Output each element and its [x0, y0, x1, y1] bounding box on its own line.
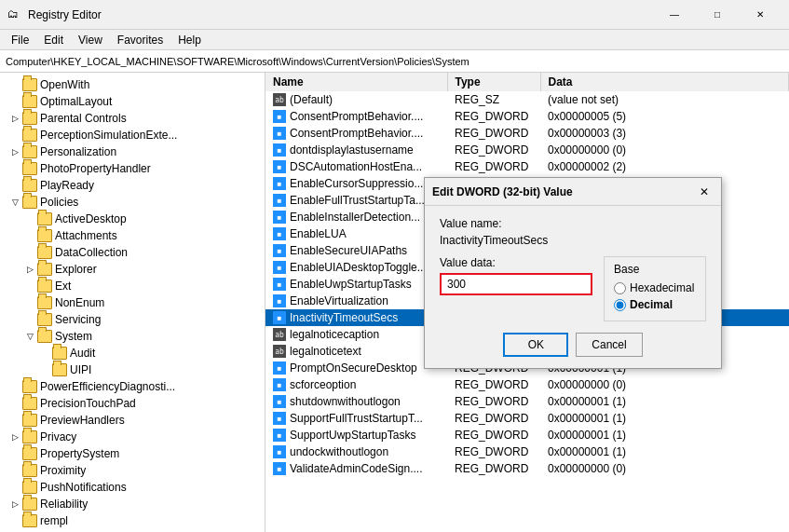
menu-help[interactable]: Help — [170, 32, 209, 48]
tree-toggle: ▷ — [7, 144, 22, 159]
app-icon: 🗂 — [7, 7, 22, 22]
tree-item-explorer[interactable]: ▷ Explorer — [0, 261, 265, 278]
tree-toggle — [7, 94, 22, 109]
tree-item-attachments[interactable]: Attachments — [0, 227, 265, 244]
tree-item-activedesktop[interactable]: ActiveDesktop — [0, 211, 265, 227]
cell-type: REG_DWORD — [447, 158, 540, 175]
table-row[interactable]: ■shutdownwithoutlogonREG_DWORD0x00000001… — [265, 393, 789, 410]
dialog-title-bar: Edit DWORD (32-bit) Value ✕ — [425, 178, 721, 206]
tree-item-openwith[interactable]: OpenWith — [0, 76, 265, 93]
tree-toggle — [37, 346, 52, 361]
tree-item-nonenum[interactable]: NonEnum — [0, 294, 265, 311]
folder-icon — [22, 397, 37, 410]
cell-name: ■EnableSecureUIAPaths — [265, 242, 447, 259]
tree-item-reliability[interactable]: ▷ Reliability — [0, 496, 265, 512]
tree-toggle — [7, 480, 22, 495]
tree-panel[interactable]: OpenWith OptimalLayout ▷ Parental Contro… — [0, 73, 265, 532]
tree-item-rempl[interactable]: rempl — [0, 512, 265, 529]
tree-item-optimallayout[interactable]: OptimalLayout — [0, 93, 265, 110]
table-row[interactable]: ■SupportUwpStartupTasksREG_DWORD0x000000… — [265, 427, 789, 443]
minimize-button[interactable]: — — [653, 0, 696, 30]
table-row[interactable]: ■ValidateAdminCodeSign....REG_DWORD0x000… — [265, 460, 789, 477]
tree-toggle — [7, 513, 22, 528]
tree-item-pushnotifications[interactable]: PushNotifications — [0, 479, 265, 496]
tree-item-precisiontouchpad[interactable]: PrecisionTouchPad — [0, 395, 265, 412]
menu-file[interactable]: File — [4, 32, 36, 48]
decimal-label[interactable]: Decimal — [630, 298, 673, 311]
tree-toggle — [7, 396, 22, 411]
tree-toggle: ▷ — [7, 497, 22, 512]
dialog-row: Value data: Base Hexadecimal Decimal — [440, 256, 706, 321]
tree-item-ext[interactable]: Ext — [0, 278, 265, 294]
cell-name: ■dontdisplaylastusername — [265, 142, 447, 158]
tree-item-datacollection[interactable]: DataCollection — [0, 244, 265, 261]
tree-item-propertysystem[interactable]: PropertySystem — [0, 445, 265, 462]
tree-item-photoproperty[interactable]: PhotoPropertyHandler — [0, 160, 265, 177]
tree-label: OpenWith — [40, 78, 89, 91]
cell-name: ■ConsentPromptBehavior.... — [265, 125, 447, 142]
table-row[interactable]: ■ConsentPromptBehavior....REG_DWORD0x000… — [265, 108, 789, 125]
tree-item-powerefficiency[interactable]: PowerEfficiencyDiagnosti... — [0, 378, 265, 395]
tree-item-personalization[interactable]: ▷ Personalization — [0, 143, 265, 160]
tree-item-parentalcontrols[interactable]: ▷ Parental Controls — [0, 110, 265, 127]
tree-label: PowerEfficiencyDiagnosti... — [40, 380, 175, 393]
cell-name: ■shutdownwithoutlogon — [265, 393, 447, 410]
table-row[interactable]: ■ConsentPromptBehavior....REG_DWORD0x000… — [265, 125, 789, 142]
folder-icon — [22, 145, 37, 158]
tree-item-privacy[interactable]: ▷ Privacy — [0, 429, 265, 445]
tree-item-uipi[interactable]: UIPI — [0, 361, 265, 378]
menu-view[interactable]: View — [71, 32, 110, 48]
tree-label: UIPI — [70, 363, 91, 376]
table-row[interactable]: ab(Default)REG_SZ(value not set) — [265, 91, 789, 108]
cell-name: ■EnableLUA — [265, 225, 447, 242]
tree-item-servicing[interactable]: Servicing — [0, 311, 265, 328]
ok-button[interactable]: OK — [503, 333, 568, 357]
close-button[interactable]: ✕ — [739, 0, 782, 30]
cell-name: ■ValidateAdminCodeSign.... — [265, 460, 447, 477]
cell-type: REG_DWORD — [447, 443, 540, 460]
tree-label: Proximity — [40, 464, 86, 477]
folder-icon — [22, 481, 37, 494]
dialog-close-button[interactable]: ✕ — [695, 183, 714, 201]
tree-label: DataCollection — [55, 246, 128, 259]
cell-data: 0x00000000 (0) — [540, 376, 789, 393]
tree-label: rempl — [40, 514, 68, 527]
tree-toggle: ▷ — [7, 111, 22, 126]
cell-name: ■undockwithoutlogon — [265, 443, 447, 460]
menu-edit[interactable]: Edit — [36, 32, 71, 48]
hexadecimal-label[interactable]: Hexadecimal — [630, 281, 694, 294]
decimal-radio[interactable] — [614, 299, 626, 311]
tree-item-playready[interactable]: PlayReady — [0, 177, 265, 194]
tree-item-perceptionsim[interactable]: PerceptionSimulationExte... — [0, 127, 265, 143]
cell-name: ■InactivityTimeoutSecs — [265, 309, 447, 326]
table-row[interactable]: ■dontdisplaylastusernameREG_DWORD0x00000… — [265, 142, 789, 158]
tree-label: Ext — [55, 280, 71, 293]
tree-label: Audit — [70, 347, 95, 360]
tree-item-system[interactable]: ▽ System — [0, 328, 265, 345]
cell-name: ab(Default) — [265, 91, 447, 108]
value-name-label: Value name: — [440, 217, 706, 230]
value-data-input[interactable] — [440, 273, 592, 295]
tree-label: Reliability — [40, 498, 88, 511]
cancel-button[interactable]: Cancel — [576, 333, 642, 357]
cell-name: ■PromptOnSecureDesktop — [265, 360, 447, 376]
folder-icon — [22, 78, 37, 91]
tree-item-proximity[interactable]: Proximity — [0, 462, 265, 479]
table-row[interactable]: ■DSCAutomationHostEna...REG_DWORD0x00000… — [265, 158, 789, 175]
tree-toggle — [37, 362, 52, 377]
tree-toggle: ▽ — [7, 195, 22, 210]
tree-item-previewhandlers[interactable]: PreviewHandlers — [0, 412, 265, 429]
cell-data: 0x00000000 (0) — [540, 142, 789, 158]
hexadecimal-radio[interactable] — [614, 282, 626, 294]
folder-icon — [22, 162, 37, 175]
table-row[interactable]: ■SupportFullTrustStartupT...REG_DWORD0x0… — [265, 410, 789, 427]
tree-item-policies[interactable]: ▽ Policies — [0, 194, 265, 211]
tree-item-audit[interactable]: Audit — [0, 345, 265, 361]
menu-favorites[interactable]: Favorites — [110, 32, 170, 48]
cell-data: 0x00000000 (0) — [540, 460, 789, 477]
table-row[interactable]: ■undockwithoutlogonREG_DWORD0x00000001 (… — [265, 443, 789, 460]
decimal-radio-row: Decimal — [614, 298, 696, 311]
table-row[interactable]: ■scforceoptionREG_DWORD0x00000000 (0) — [265, 376, 789, 393]
maximize-button[interactable]: □ — [696, 0, 739, 30]
col-type: Type — [447, 73, 540, 91]
